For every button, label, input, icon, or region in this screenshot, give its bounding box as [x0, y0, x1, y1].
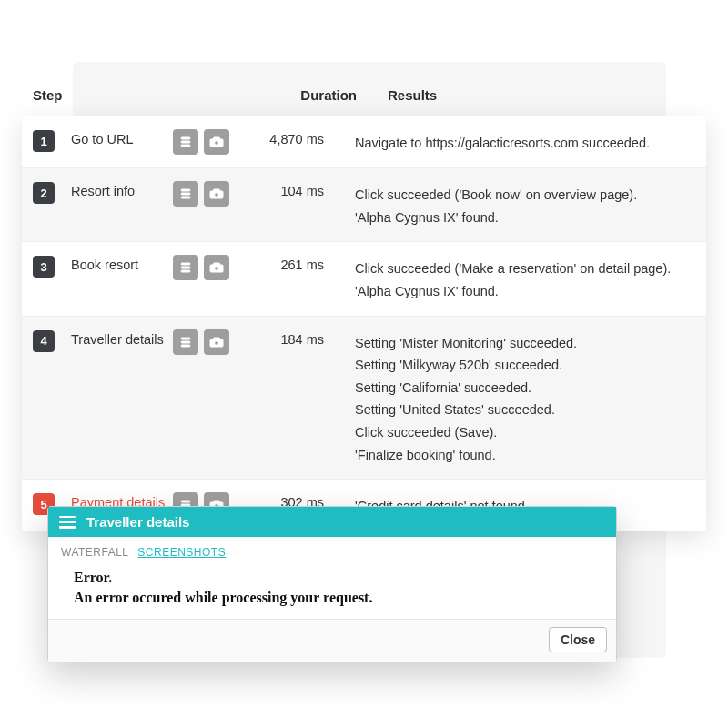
result-line: Setting 'Milkyway 520b' succeeded. [355, 354, 695, 377]
table-header-row: Step Duration Results [29, 87, 703, 103]
result-line: Click succeeded ('Make a reservation' on… [355, 258, 695, 280]
step-number-badge: 3 [33, 256, 55, 278]
log-icon[interactable] [173, 181, 198, 207]
step-duration: 261 ms [233, 255, 324, 272]
error-title: Error. [74, 570, 591, 586]
tab-screenshots[interactable]: SCREENSHOTS [137, 546, 226, 559]
dialog-tabs: WATERFALL SCREENSHOTS [48, 537, 616, 566]
svg-rect-9 [181, 267, 190, 268]
svg-point-7 [215, 193, 219, 197]
result-line: 'Alpha Cygnus IX' found. [355, 280, 695, 303]
step-icons [173, 181, 233, 207]
step-icons [173, 329, 233, 355]
step-results: Click succeeded ('Book now' on overview … [324, 181, 695, 228]
result-line: Setting 'California' succeeded. [355, 377, 695, 399]
step-results: Setting 'Mister Monitoring' succeeded.Se… [324, 329, 695, 467]
step-name: Book resort [55, 255, 173, 272]
log-icon[interactable] [173, 329, 198, 355]
result-line: Click succeeded (Save). [355, 421, 695, 444]
svg-rect-2 [181, 145, 190, 147]
step-duration: 104 ms [233, 181, 324, 198]
svg-rect-5 [181, 193, 190, 195]
result-line: 'Alpha Cygnus IX' found. [355, 207, 695, 229]
dialog-footer: Close [48, 619, 616, 662]
header-step: Step [29, 87, 284, 103]
step-number-badge: 4 [33, 330, 55, 352]
svg-rect-12 [181, 338, 190, 339]
camera-icon[interactable] [204, 255, 229, 280]
svg-point-3 [215, 141, 219, 146]
step-name: Go to URL [55, 129, 173, 147]
table-row[interactable]: 2Resort info104 msClick succeeded ('Book… [22, 168, 706, 242]
step-number-badge: 1 [33, 130, 55, 152]
dialog-body: Error. An error occured while processing… [48, 566, 616, 619]
svg-rect-10 [181, 270, 190, 272]
tab-waterfall[interactable]: WATERFALL [61, 546, 129, 559]
steps-table: 1Go to URL4,870 msNavigate to https://ga… [22, 116, 706, 531]
log-icon[interactable] [173, 129, 198, 155]
result-line: Navigate to https://galacticresorts.com … [355, 132, 695, 155]
result-line: Setting 'Mister Monitoring' succeeded. [355, 332, 695, 355]
close-button[interactable]: Close [549, 627, 607, 652]
step-duration: 4,870 ms [233, 129, 324, 147]
step-results: Navigate to https://galacticresorts.com … [324, 129, 695, 155]
result-line: Setting 'United States' succeeded. [355, 399, 695, 421]
step-details-dialog: Traveller details WATERFALL SCREENSHOTS … [47, 506, 617, 662]
menu-icon[interactable] [59, 516, 76, 529]
camera-icon[interactable] [204, 181, 229, 207]
log-icon[interactable] [173, 255, 198, 280]
error-message: An error occured while processing your r… [74, 590, 591, 606]
table-row[interactable]: 3Book resort261 msClick succeeded ('Make… [22, 242, 706, 316]
svg-rect-13 [181, 341, 190, 343]
dialog-header[interactable]: Traveller details [48, 507, 616, 537]
camera-icon[interactable] [204, 329, 229, 355]
step-icons [173, 129, 233, 155]
svg-point-11 [215, 267, 219, 271]
svg-rect-16 [181, 500, 190, 502]
svg-rect-1 [181, 141, 190, 143]
result-line: Click succeeded ('Book now' on overview … [355, 184, 695, 207]
table-row[interactable]: 1Go to URL4,870 msNavigate to https://ga… [22, 116, 706, 168]
svg-rect-14 [181, 345, 190, 347]
table-row[interactable]: 4Traveller details184 msSetting 'Mister … [22, 317, 706, 480]
step-number-badge: 2 [33, 182, 55, 204]
header-duration: Duration [284, 87, 357, 103]
step-name: Resort info [55, 181, 173, 198]
svg-rect-4 [181, 189, 190, 191]
svg-point-15 [215, 340, 219, 345]
dialog-title: Traveller details [86, 514, 189, 530]
step-name: Traveller details [55, 329, 173, 347]
step-results: Click succeeded ('Make a reservation' on… [324, 255, 695, 302]
svg-rect-6 [181, 197, 190, 198]
result-line: 'Finalize booking' found. [355, 444, 695, 467]
header-results: Results [357, 87, 437, 103]
camera-icon[interactable] [204, 129, 229, 155]
step-duration: 184 ms [233, 329, 324, 347]
step-icons [173, 255, 233, 280]
svg-rect-8 [181, 263, 190, 265]
svg-rect-0 [181, 137, 190, 139]
